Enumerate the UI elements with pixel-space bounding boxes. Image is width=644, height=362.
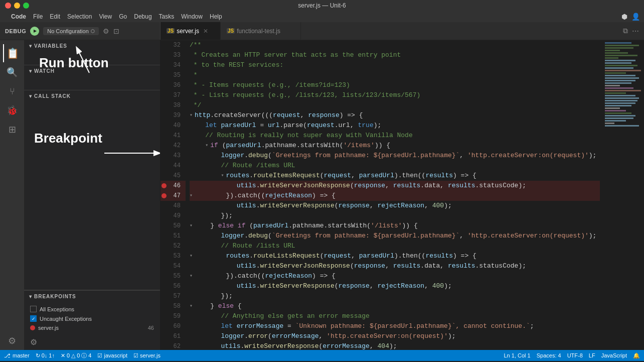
callstack-collapse-icon: ▾ bbox=[29, 93, 32, 99]
code-line: utils.writeServerResponse(response, reje… bbox=[190, 201, 600, 211]
code-line: utils.writeServerResponse(response, reje… bbox=[190, 281, 600, 291]
code-line: // Routing is really not super easy with… bbox=[190, 131, 600, 141]
activity-bar: 📋 🔍 ⑂ 🐞 ⊞ ⚙ bbox=[0, 40, 24, 350]
status-sync[interactable]: ↻ 0↓ 1↑ bbox=[36, 352, 55, 359]
notification-bell-icon[interactable]: 🔔 bbox=[633, 352, 640, 359]
breakpoint-annotation: Breakpoint bbox=[34, 131, 102, 146]
status-errors[interactable]: ✕ 0 △ 0 ⓘ 4 bbox=[61, 352, 92, 359]
code-line: let errorMessage = `Unknown pathname: ${… bbox=[190, 321, 600, 331]
language-label[interactable]: JavaScript bbox=[601, 352, 627, 358]
status-branch[interactable]: ⎇ master bbox=[4, 352, 30, 359]
code-area[interactable]: /** * Creates an HTTP server that acts a… bbox=[186, 40, 604, 350]
tab-functional-test[interactable]: JS functional-test.js bbox=[221, 22, 301, 40]
breakpoint-all-exceptions[interactable]: All Exceptions bbox=[24, 304, 160, 314]
tab-close-icon[interactable]: ✕ bbox=[203, 28, 208, 35]
watch-label: WATCH bbox=[34, 68, 55, 74]
debug-split-icon[interactable]: ⊡ bbox=[113, 27, 119, 35]
encoding-label[interactable]: UTF-8 bbox=[567, 352, 583, 358]
spaces-label[interactable]: Spaces: 4 bbox=[537, 352, 561, 358]
sync-counts: 0↓ 1↑ bbox=[42, 352, 55, 358]
all-exceptions-checkbox[interactable] bbox=[30, 306, 37, 312]
breakpoints-section: ▾ BREAKPOINTS All Exceptions ✓ Uncaught … bbox=[24, 290, 160, 334]
breakpoints-list: All Exceptions ✓ Uncaught Exceptions ser… bbox=[24, 302, 160, 334]
warning-count: △ 0 bbox=[71, 352, 80, 359]
sync-icon: ↻ bbox=[36, 352, 40, 359]
activity-extensions-icon[interactable]: ⊞ bbox=[3, 120, 21, 139]
tab-js-icon: JS bbox=[167, 28, 175, 34]
activity-git-icon[interactable]: ⑂ bbox=[3, 82, 21, 100]
breakpoints-label: BREAKPOINTS bbox=[34, 294, 76, 299]
traffic-light-yellow[interactable] bbox=[14, 3, 20, 9]
content-area: 📋 🔍 ⑂ 🐞 ⊞ ⚙ ▾ VARIABLES Run button bbox=[0, 40, 644, 350]
debug-config-dropdown[interactable]: No Configuration ⬡ bbox=[43, 27, 99, 35]
menubar-item-tasks[interactable]: Tasks bbox=[159, 13, 175, 20]
menubar-item-debug[interactable]: Debug bbox=[134, 13, 151, 20]
uncaught-exceptions-checkbox[interactable]: ✓ bbox=[30, 315, 37, 322]
callstack-section: ▾ CALL STACK Breakpoint bbox=[24, 90, 160, 290]
menubar-item-code[interactable]: Code bbox=[11, 13, 26, 20]
traffic-light-red[interactable] bbox=[5, 3, 11, 9]
activity-explorer-icon[interactable]: 📋 bbox=[3, 44, 21, 62]
file-check-icon: ☑ bbox=[133, 352, 138, 359]
debug-gear-icon[interactable]: ⚙ bbox=[103, 27, 109, 35]
titlebar: server.js — Unit-6 bbox=[0, 0, 644, 11]
editor-area: 32 33 34 35 36 37 38 39 40 41 42 43 44 4… bbox=[160, 40, 644, 350]
menubar-item-go[interactable]: Go bbox=[119, 13, 127, 20]
watch-collapse-icon: ▾ bbox=[29, 68, 32, 74]
code-line: * - Items requests (e.g., /items?id=123) bbox=[190, 80, 600, 90]
info-count: ⓘ 4 bbox=[81, 352, 91, 359]
menubar-item-file[interactable]: File bbox=[33, 13, 43, 20]
sidebar-settings[interactable]: ⚙ bbox=[24, 334, 160, 350]
js-check-icon: ☑ bbox=[97, 352, 102, 359]
traffic-lights bbox=[5, 3, 29, 9]
variables-section: ▾ VARIABLES Run button bbox=[24, 40, 160, 65]
traffic-light-green[interactable] bbox=[23, 3, 29, 9]
more-icon[interactable]: ⋯ bbox=[632, 27, 639, 35]
menubar-item-view[interactable]: View bbox=[99, 13, 112, 20]
code-line: logger.error(errorMessage, 'http.createS… bbox=[190, 331, 600, 341]
run-icon: ▶ bbox=[34, 29, 37, 33]
watch-section-header[interactable]: ▾ WATCH bbox=[24, 65, 160, 77]
menubar-item-window[interactable]: Window bbox=[181, 13, 203, 20]
tab-server-js[interactable]: JS server.js ✕ bbox=[160, 22, 221, 40]
line-endings-label[interactable]: LF bbox=[589, 352, 595, 358]
dropbox-icon: ⬢ bbox=[621, 13, 627, 21]
activity-debug-icon[interactable]: 🐞 bbox=[3, 101, 21, 119]
menubar-item-edit[interactable]: Edit bbox=[50, 13, 60, 20]
status-bar: ⎇ master ↻ 0↓ 1↑ ✕ 0 △ 0 ⓘ 4 ☑ javascrip… bbox=[0, 350, 644, 361]
status-filename: server.js bbox=[140, 352, 160, 358]
status-js-mode[interactable]: ☑ javascript bbox=[97, 352, 127, 359]
settings-gear-icon: ⚙ bbox=[30, 338, 37, 346]
variables-label: VARIABLES bbox=[34, 43, 67, 49]
callstack-section-header[interactable]: ▾ CALL STACK bbox=[24, 90, 160, 102]
code-line: }); bbox=[190, 291, 600, 301]
debug-label: DEBUG bbox=[5, 28, 26, 34]
menubar-item-selection[interactable]: Selection bbox=[67, 13, 92, 20]
code-line: utils.writeServerResponse(errorMessage, … bbox=[190, 341, 600, 350]
breakpoint-uncaught-exceptions[interactable]: ✓ Uncaught Exceptions bbox=[24, 314, 160, 323]
breakpoints-section-header[interactable]: ▾ BREAKPOINTS bbox=[24, 291, 160, 302]
code-line: * bbox=[190, 70, 600, 80]
status-file[interactable]: ☑ server.js bbox=[133, 352, 160, 359]
breakpoint-server-js[interactable]: server.js 46 bbox=[24, 323, 160, 332]
code-line: ▾ } else if (parsedUrl.pathname.startsWi… bbox=[190, 221, 600, 231]
activity-search-icon[interactable]: 🔍 bbox=[3, 63, 21, 81]
code-line: ▾ routes.routeListsRequest(request, pars… bbox=[190, 251, 600, 261]
code-line: }); bbox=[190, 211, 600, 221]
code-line: * Creates an HTTP server that acts as th… bbox=[190, 50, 600, 60]
menubar: Code File Edit Selection View Go Debug T… bbox=[0, 11, 644, 22]
config-label: No Configuration bbox=[47, 28, 89, 34]
code-line: ▾ } else { bbox=[190, 301, 600, 311]
menubar-item-help[interactable]: Help bbox=[210, 13, 222, 20]
split-editor-icon[interactable]: ⧉ bbox=[623, 27, 628, 35]
code-line: // Anything else gets an error message bbox=[190, 311, 600, 321]
error-count: ✕ 0 bbox=[61, 352, 70, 359]
activity-settings-icon[interactable]: ⚙ bbox=[3, 332, 21, 350]
debug-run-button[interactable]: ▶ bbox=[30, 27, 39, 36]
ln-col-label[interactable]: Ln 1, Col 1 bbox=[504, 352, 531, 358]
status-right: Ln 1, Col 1 Spaces: 4 UTF-8 LF JavaScrip… bbox=[504, 352, 640, 359]
code-line: logger.debug(`Greetings from pathname: $… bbox=[190, 151, 600, 161]
code-line: ▾if (parsedUrl.pathname.startsWith('/ite… bbox=[190, 141, 600, 151]
variables-section-header[interactable]: ▾ VARIABLES bbox=[24, 40, 160, 52]
bp-line-46 bbox=[162, 183, 167, 188]
